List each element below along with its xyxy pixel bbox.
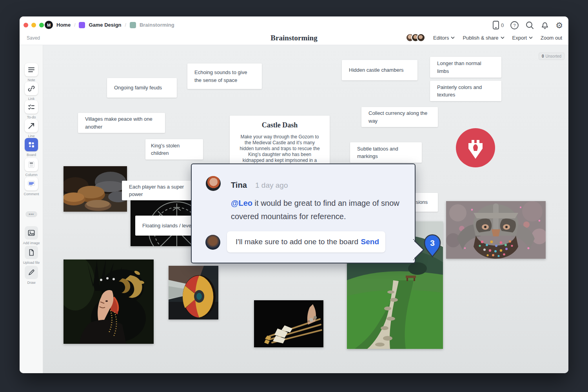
- breadcrumb-game-design[interactable]: Game Design: [89, 22, 121, 28]
- note-text: Villages make peace with one another: [85, 115, 158, 131]
- zoom-out-button[interactable]: Zoom out: [541, 35, 562, 41]
- castle-crest-logo[interactable]: [456, 128, 495, 167]
- tool-board[interactable]: Board: [20, 138, 43, 157]
- comment-timestamp: 1 day ago: [255, 181, 288, 190]
- upload-file-icon: [27, 249, 35, 256]
- tool-comment[interactable]: Comment: [20, 177, 43, 196]
- coins-photo[interactable]: [64, 166, 127, 212]
- castle-dash-title: Castle Dash: [238, 121, 322, 129]
- question-icon: ?: [510, 21, 519, 30]
- reply-draft-text: I'll make sure to add one to the board: [236, 238, 361, 246]
- link-icon: [27, 85, 35, 93]
- board-canvas[interactable]: 0 Unsorted Ongoing family feuds Echoing …: [43, 45, 568, 373]
- note-card[interactable]: Painterly colors and textures: [430, 81, 501, 101]
- tool-more[interactable]: •••: [20, 211, 43, 217]
- comment-reply-input[interactable]: I'll make sure to add one to the board S…: [227, 231, 385, 252]
- publish-share-label: Publish & share: [463, 35, 498, 41]
- header-bar: M Home / Game Design / Brainstorming 0 ?: [20, 16, 568, 45]
- note-card[interactable]: King's stolen children: [145, 139, 203, 160]
- note-card[interactable]: Hidden castle chambers: [342, 60, 417, 80]
- gear-icon: ⚙: [555, 21, 563, 29]
- note-text: Longer than normal limbs: [437, 60, 494, 75]
- tool-column-label: Column: [25, 173, 37, 177]
- search-icon: [525, 21, 534, 30]
- maximize-window-button[interactable]: [39, 23, 44, 27]
- viking-helmet-photo[interactable]: [446, 201, 546, 259]
- tool-comment-label: Comment: [24, 192, 39, 196]
- tool-add-image-label: Add image: [23, 241, 40, 245]
- search-button[interactable]: [525, 21, 534, 30]
- left-toolbar: Note Link To-do Line Board Column Commen…: [20, 45, 43, 373]
- note-text: King's stolen children: [151, 142, 198, 157]
- chevron-down-icon: [501, 36, 505, 39]
- note-card[interactable]: Longer than normal limbs: [430, 57, 501, 78]
- tool-column[interactable]: Column: [20, 158, 43, 177]
- column-icon: [27, 161, 35, 169]
- note-card[interactable]: Subtle tattoos and markings: [350, 142, 422, 163]
- svg-text:?: ?: [514, 23, 516, 27]
- device-sync-button[interactable]: 0: [492, 20, 504, 30]
- note-text: Collect currency along the way: [368, 109, 431, 125]
- chevron-down-icon: [451, 36, 455, 39]
- breadcrumb-separator: /: [74, 22, 75, 28]
- note-text: Floating islands / level: [142, 222, 192, 230]
- tool-draw[interactable]: Draw: [20, 266, 43, 285]
- tool-line-label: Line: [28, 134, 34, 138]
- note-card[interactable]: Villages make peace with one another: [78, 113, 165, 133]
- note-card[interactable]: Each player has a super power: [122, 181, 194, 200]
- avatar: [417, 33, 425, 42]
- round-shield-photo[interactable]: [169, 266, 218, 319]
- pin-count: 3: [430, 238, 435, 247]
- headdress-portrait-photo[interactable]: [64, 260, 154, 344]
- editor-avatars[interactable]: [406, 33, 425, 42]
- minimize-window-button[interactable]: [31, 23, 36, 27]
- more-icon: •••: [25, 211, 37, 217]
- tool-add-image[interactable]: Add image: [20, 226, 43, 245]
- board-chip-brainstorming-icon[interactable]: [130, 22, 136, 28]
- phone-icon: [492, 20, 499, 30]
- notifications-button[interactable]: [541, 21, 549, 30]
- tool-board-label: Board: [27, 153, 36, 157]
- mention-link[interactable]: @Leo: [231, 199, 252, 207]
- comment-popup[interactable]: Tina 1 day ago @Leo it would be great to…: [191, 163, 416, 263]
- note-text: Each player has a super power: [129, 183, 187, 198]
- sub-header-actions: Editors Publish & share Export Zoom out: [406, 33, 562, 42]
- note-text: sions: [416, 198, 428, 206]
- breadcrumb: M Home / Game Design / Brainstorming: [45, 21, 174, 29]
- milanote-logo-icon[interactable]: M: [45, 21, 53, 29]
- arrows-photo[interactable]: [254, 300, 323, 347]
- window-controls: [24, 23, 44, 27]
- breadcrumb-home[interactable]: Home: [56, 22, 71, 28]
- tool-todo-label: To-do: [27, 115, 36, 119]
- export-dropdown[interactable]: Export: [512, 35, 533, 41]
- tool-note-label: Note: [27, 78, 35, 82]
- tool-todo[interactable]: To-do: [20, 100, 43, 119]
- app-window: M Home / Game Design / Brainstorming 0 ?: [20, 16, 568, 373]
- breadcrumb-separator: /: [125, 22, 126, 28]
- settings-button[interactable]: ⚙: [555, 21, 563, 29]
- board-chip-game-design-icon[interactable]: [79, 22, 85, 28]
- note-card[interactable]: Collect currency along the way: [361, 107, 438, 127]
- tool-link[interactable]: Link: [20, 82, 43, 101]
- header-icon-group: 0 ? ⚙: [492, 20, 563, 30]
- unsorted-count: 0: [542, 54, 544, 58]
- add-image-icon: [27, 229, 35, 237]
- note-card[interactable]: Echoing sounds to give the sense of spac…: [187, 64, 262, 89]
- comment-message-text: it would be great to find an image of sn…: [231, 199, 399, 221]
- tool-note[interactable]: Note: [20, 63, 43, 82]
- publish-share-dropdown[interactable]: Publish & share: [463, 35, 504, 41]
- unsorted-badge[interactable]: 0 Unsorted: [539, 53, 564, 60]
- unsorted-label: Unsorted: [546, 54, 562, 58]
- close-window-button[interactable]: [24, 23, 28, 27]
- note-text: Painterly colors and textures: [437, 83, 494, 99]
- tool-line[interactable]: Line: [20, 119, 43, 138]
- send-button[interactable]: Send: [361, 238, 379, 246]
- comment-pin[interactable]: 3: [423, 234, 442, 260]
- tool-upload-file[interactable]: Upload file: [20, 246, 43, 265]
- note-card[interactable]: Ongoing family feuds: [107, 78, 177, 98]
- breadcrumb-brainstorming: Brainstorming: [140, 22, 174, 28]
- comment-author: Tina: [231, 181, 247, 190]
- help-button[interactable]: ?: [510, 21, 519, 30]
- editors-dropdown[interactable]: Editors: [433, 35, 455, 41]
- board-icon: [27, 141, 35, 149]
